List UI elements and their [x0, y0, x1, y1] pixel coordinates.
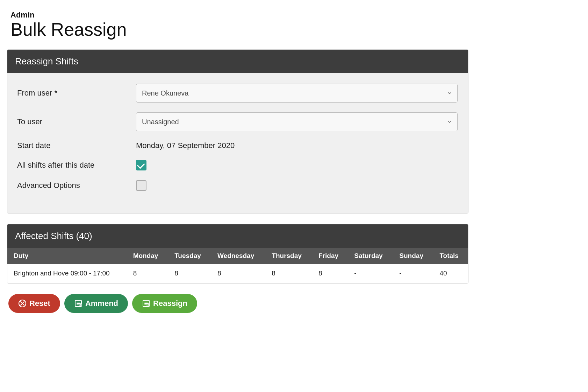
- col-sunday: Sunday: [393, 248, 433, 264]
- start-date-label: Start date: [17, 141, 136, 150]
- start-date-row: Start date Monday, 07 September 2020: [17, 141, 458, 150]
- cell-3: 8: [211, 264, 265, 283]
- ammend-icon: [74, 299, 83, 308]
- affected-shifts-header: Affected Shifts (40): [7, 224, 468, 248]
- col-totals: Totals: [433, 248, 468, 264]
- reassign-shifts-body: From user * Rene Okuneva To user Unassig…: [7, 73, 468, 213]
- svg-rect-4: [77, 302, 80, 302]
- table-row: Brighton and Hove 09:00 - 17:0088888--40: [7, 264, 468, 283]
- cell-6: -: [348, 264, 393, 283]
- cell-7: -: [393, 264, 433, 283]
- all-shifts-checkbox[interactable]: [136, 160, 146, 170]
- col-tuesday: Tuesday: [168, 248, 211, 264]
- col-monday: Monday: [127, 248, 168, 264]
- shifts-table-container: Duty Monday Tuesday Wednesday Thursday F…: [7, 248, 468, 283]
- page-header: Admin Bulk Reassign: [7, 7, 581, 43]
- all-shifts-row: All shifts after this date: [17, 160, 458, 170]
- reassign-icon: [142, 299, 150, 308]
- start-date-value: Monday, 07 September 2020: [136, 141, 235, 150]
- reassign-button[interactable]: Reassign: [132, 294, 197, 313]
- required-asterisk: *: [54, 89, 57, 97]
- ammend-label: Ammend: [85, 299, 118, 308]
- from-user-row: From user * Rene Okuneva: [17, 84, 458, 103]
- col-duty: Duty: [7, 248, 127, 264]
- footer-buttons: Reset Ammend: [7, 294, 581, 313]
- svg-rect-13: [144, 304, 146, 305]
- advanced-options-label: Advanced Options: [17, 181, 136, 190]
- page-title: Bulk Reassign: [10, 20, 581, 40]
- col-friday: Friday: [312, 248, 348, 264]
- advanced-options-row: Advanced Options: [17, 180, 458, 191]
- cell-2: 8: [168, 264, 211, 283]
- reassign-label: Reassign: [153, 299, 187, 308]
- cell-0: Brighton and Hove 09:00 - 17:00: [7, 264, 127, 283]
- svg-rect-6: [77, 304, 79, 305]
- cell-8: 40: [433, 264, 468, 283]
- affected-shifts-card: Affected Shifts (40) Duty Monday Tuesday…: [7, 224, 468, 284]
- reassign-shifts-card: Reassign Shifts From user * Rene Okuneva…: [7, 49, 468, 214]
- admin-label: Admin: [10, 10, 581, 20]
- col-thursday: Thursday: [265, 248, 312, 264]
- all-shifts-checkbox-wrapper[interactable]: [136, 160, 146, 170]
- reset-button[interactable]: Reset: [8, 294, 60, 313]
- svg-rect-11: [144, 302, 148, 302]
- shifts-table: Duty Monday Tuesday Wednesday Thursday F…: [7, 248, 468, 283]
- col-wednesday: Wednesday: [211, 248, 265, 264]
- reset-label: Reset: [29, 299, 50, 308]
- advanced-options-checkbox[interactable]: [136, 180, 146, 191]
- cell-1: 8: [127, 264, 168, 283]
- from-user-label: From user *: [17, 89, 136, 98]
- ammend-button[interactable]: Ammend: [64, 294, 128, 313]
- col-saturday: Saturday: [348, 248, 393, 264]
- all-shifts-label: All shifts after this date: [17, 161, 136, 170]
- cell-4: 8: [265, 264, 312, 283]
- from-user-select[interactable]: Rene Okuneva: [136, 84, 458, 103]
- table-header-row: Duty Monday Tuesday Wednesday Thursday F…: [7, 248, 468, 264]
- to-user-row: To user Unassigned: [17, 112, 458, 131]
- to-user-select[interactable]: Unassigned: [136, 112, 458, 131]
- to-user-label: To user: [17, 117, 136, 126]
- reset-icon: [18, 299, 27, 308]
- reassign-shifts-header: Reassign Shifts: [7, 50, 468, 73]
- advanced-options-checkbox-wrapper[interactable]: [136, 180, 146, 191]
- cell-5: 8: [312, 264, 348, 283]
